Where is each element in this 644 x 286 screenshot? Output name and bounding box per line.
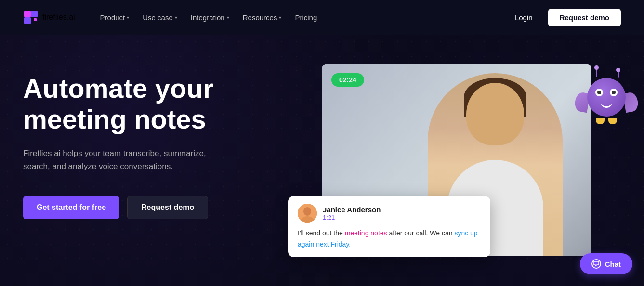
robot-mascot <box>582 68 631 121</box>
hero-section: Automate your meeting notes Fireflies.ai… <box>0 35 644 286</box>
nav-product[interactable]: Product ▾ <box>94 10 135 26</box>
svg-point-5 <box>303 207 311 216</box>
hero-buttons: Get started for free Request demo <box>23 196 274 219</box>
chevron-down-icon: ▾ <box>227 15 229 20</box>
robot-feet <box>587 118 626 124</box>
chat-avatar <box>298 204 317 223</box>
nav-usecase[interactable]: Use case ▾ <box>137 10 183 26</box>
message-text-prefix: I'll send out the <box>298 229 345 237</box>
timer-badge: 02:24 <box>331 73 364 87</box>
robot-face <box>587 78 626 117</box>
robot-foot-right <box>608 118 617 124</box>
navbar: fireflies.ai Product ▾ Use case ▾ Integr… <box>0 0 644 35</box>
message-text-middle: after our call. We can <box>387 229 455 237</box>
message-highlight-meeting-notes: meeting notes <box>345 229 387 237</box>
svg-rect-2 <box>24 17 31 24</box>
person-head <box>466 83 524 145</box>
chat-card-header: Janice Anderson 1:21 <box>298 204 481 223</box>
hero-left: Automate your meeting notes Fireflies.ai… <box>23 64 274 219</box>
hero-right: 02:24 Janice Anderson 1:21 I'll send o <box>293 64 621 286</box>
chat-card: Janice Anderson 1:21 I'll send out the m… <box>288 196 490 257</box>
robot-smile <box>601 102 612 108</box>
robot-foot-left <box>596 118 605 124</box>
hero-title: Automate your meeting notes <box>23 73 274 135</box>
nav-resources[interactable]: Resources ▾ <box>237 10 288 26</box>
nav-right: Login Request demo <box>507 9 621 26</box>
robot-eyes <box>587 89 626 96</box>
chat-sender-name: Janice Anderson <box>323 206 381 214</box>
svg-rect-0 <box>24 11 31 17</box>
request-demo-nav-button[interactable]: Request demo <box>548 9 621 26</box>
get-started-button[interactable]: Get started for free <box>23 196 119 219</box>
antenna-left <box>596 68 597 77</box>
svg-rect-1 <box>31 11 38 17</box>
chevron-down-icon: ▾ <box>175 15 177 20</box>
svg-rect-3 <box>34 18 37 21</box>
hero-subtitle: Fireflies.ai helps your team transcribe,… <box>23 147 225 173</box>
chat-bubble-icon <box>591 259 601 269</box>
antenna-right <box>618 71 619 78</box>
chat-message: I'll send out the meeting notes after ou… <box>298 228 481 249</box>
nav-links: Product ▾ Use case ▾ Integration ▾ Resou… <box>94 10 507 26</box>
chat-widget-label: Chat <box>605 260 621 268</box>
chevron-down-icon: ▾ <box>279 15 281 20</box>
logo[interactable]: fireflies.ai <box>23 10 75 25</box>
chat-card-info: Janice Anderson 1:21 <box>323 206 381 221</box>
request-demo-button[interactable]: Request demo <box>127 196 208 219</box>
chat-widget-button[interactable]: Chat <box>580 253 632 274</box>
nav-pricing[interactable]: Pricing <box>289 10 323 26</box>
logo-text: fireflies.ai <box>42 13 75 22</box>
nav-integration[interactable]: Integration ▾ <box>185 10 235 26</box>
robot-eye-left <box>595 89 603 96</box>
chevron-down-icon: ▾ <box>127 15 129 20</box>
login-button[interactable]: Login <box>507 10 540 26</box>
chat-timestamp: 1:21 <box>323 214 381 221</box>
robot-eye-right <box>610 89 618 96</box>
